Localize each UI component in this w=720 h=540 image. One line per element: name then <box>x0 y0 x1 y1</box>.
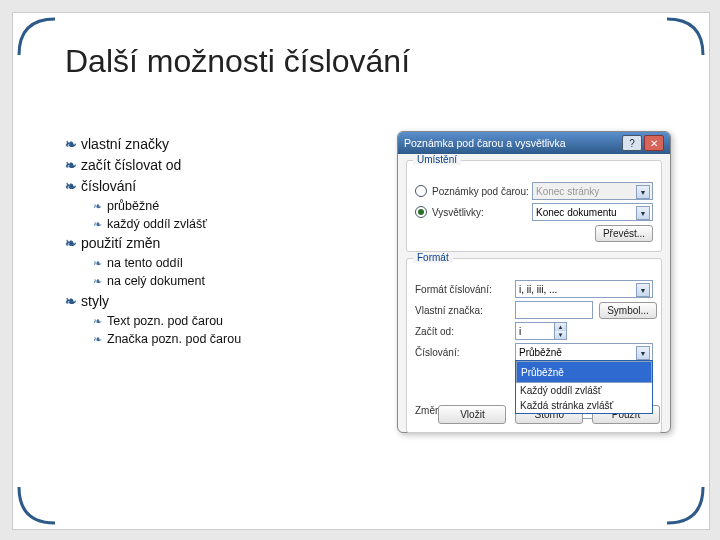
insert-button[interactable]: Vložit <box>438 405 506 424</box>
select-value: Průběžně <box>519 347 562 358</box>
list-item: ❧vlastní značky <box>65 135 375 154</box>
list-item: ❧Text pozn. pod čarou <box>93 313 375 330</box>
start-at-spinner[interactable]: i▲▼ <box>515 322 567 340</box>
list-item: ❧průběžné <box>93 198 375 215</box>
list-item: ❧styly <box>65 292 375 311</box>
list-item: ❧Značka pozn. pod čarou <box>93 331 375 348</box>
list-text: začít číslovat od <box>81 157 181 173</box>
corner-decoration <box>17 485 57 525</box>
numbering-label: Číslování: <box>415 347 515 358</box>
list-text: na celý dokument <box>107 274 205 288</box>
endnotes-label: Vysvětlivky: <box>432 207 532 218</box>
select-value: Konec stránky <box>536 186 599 197</box>
number-format-select[interactable]: i, ii, iii, ...▼ <box>515 280 653 298</box>
list-text: na tento oddíl <box>107 256 183 270</box>
convert-button[interactable]: Převést... <box>595 225 653 242</box>
select-value: i, ii, iii, ... <box>519 284 557 295</box>
endnotes-radio[interactable] <box>415 206 427 218</box>
chevron-down-icon: ▼ <box>636 206 650 220</box>
outline: ❧vlastní značky ❧začít číslovat od ❧čísl… <box>65 133 375 349</box>
list-item: ❧číslování <box>65 177 375 196</box>
list-text: každý oddíl zvlášť <box>107 217 207 231</box>
custom-mark-input[interactable] <box>515 301 593 319</box>
list-text: vlastní značky <box>81 136 169 152</box>
corner-decoration <box>665 17 705 57</box>
close-icon[interactable]: ✕ <box>644 135 664 151</box>
help-icon[interactable]: ? <box>622 135 642 151</box>
dialog-title: Poznámka pod čarou a vysvětlivka <box>404 137 566 149</box>
chevron-down-icon: ▼ <box>636 346 650 360</box>
custom-mark-label: Vlastní značka: <box>415 305 515 316</box>
endnotes-select[interactable]: Konec dokumentu▼ <box>532 203 653 221</box>
footnote-dialog: Poznámka pod čarou a vysvětlivka ? ✕ Umí… <box>397 131 671 433</box>
group-label: Umístění <box>413 154 461 165</box>
spin-down-icon[interactable]: ▼ <box>554 331 566 339</box>
chevron-down-icon: ▼ <box>636 185 650 199</box>
list-text: použití změn <box>81 235 160 251</box>
dropdown-option[interactable]: Průběžně <box>516 361 652 383</box>
dialog-titlebar[interactable]: Poznámka pod čarou a vysvětlivka ? ✕ <box>398 132 670 154</box>
symbol-button[interactable]: Symbol... <box>599 302 657 319</box>
list-text: průběžné <box>107 199 159 213</box>
start-at-label: Začít od: <box>415 326 515 337</box>
footnotes-select[interactable]: Konec stránky▼ <box>532 182 653 200</box>
list-text: styly <box>81 293 109 309</box>
chevron-down-icon: ▼ <box>636 283 650 297</box>
list-text: číslování <box>81 178 136 194</box>
spinner-value: i <box>519 326 521 337</box>
group-label: Formát <box>413 252 453 263</box>
list-item: ❧použití změn <box>65 234 375 253</box>
corner-decoration <box>17 17 57 57</box>
numbering-select[interactable]: Průběžně▼ <box>515 343 653 361</box>
footnotes-label: Poznámky pod čarou: <box>432 186 532 197</box>
list-text: Text pozn. pod čarou <box>107 314 223 328</box>
dropdown-option[interactable]: Každý oddíl zvlášť <box>516 383 652 398</box>
dropdown-option[interactable]: Každá stránka zvlášť <box>516 398 652 413</box>
location-group: Umístění Poznámky pod čarou: Konec strán… <box>406 160 662 252</box>
numbering-dropdown-list: Průběžně Každý oddíl zvlášť Každá stránk… <box>515 360 653 414</box>
spin-up-icon[interactable]: ▲ <box>554 323 566 331</box>
list-item: ❧začít číslovat od <box>65 156 375 175</box>
corner-decoration <box>665 485 705 525</box>
list-item: ❧na tento oddíl <box>93 255 375 272</box>
footnotes-radio[interactable] <box>415 185 427 197</box>
select-value: Konec dokumentu <box>536 207 617 218</box>
list-item: ❧každý oddíl zvlášť <box>93 216 375 233</box>
slide: Další možnosti číslování ❧vlastní značky… <box>12 12 710 530</box>
slide-title: Další možnosti číslování <box>65 43 410 80</box>
list-text: Značka pozn. pod čarou <box>107 332 241 346</box>
list-item: ❧na celý dokument <box>93 273 375 290</box>
number-format-label: Formát číslování: <box>415 284 515 295</box>
